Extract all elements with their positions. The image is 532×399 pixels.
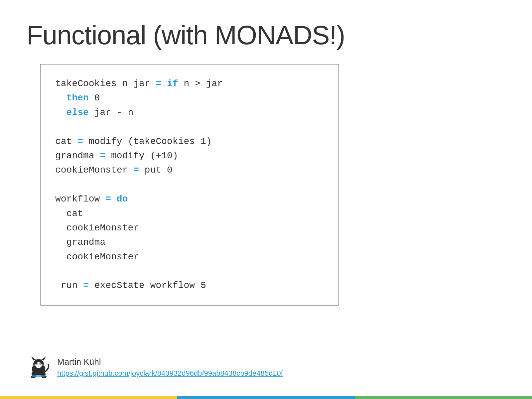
- svg-point-5: [36, 363, 38, 365]
- code-do: do: [117, 194, 128, 204]
- code-eq-6: =: [83, 280, 89, 291]
- code-line-12: grandma: [55, 237, 105, 247]
- code-block: takeCookies n jar = if n > jar then 0 el…: [55, 76, 324, 293]
- footer-author-name: Martin Kühl: [57, 357, 283, 367]
- code-eq-4: =: [133, 165, 139, 175]
- code-line-13: cookieMonster: [55, 252, 139, 262]
- code-then-val: 0: [89, 93, 100, 103]
- footer: Martin Kühl https://gist.github.com/joyc…: [27, 355, 283, 379]
- code-if-cond: n > jar: [178, 78, 223, 89]
- code-eq-2: =: [77, 136, 83, 147]
- code-line-3: else jar - n: [55, 107, 133, 118]
- code-line-2: then 0: [55, 93, 100, 103]
- code-else: else: [66, 107, 89, 118]
- code-takecookies: takeCookies n jar: [55, 78, 156, 89]
- slide-container: Functional (with MONADS!) takeCookies n …: [0, 0, 532, 399]
- svg-point-8: [40, 363, 41, 364]
- code-line-10: cat: [55, 208, 83, 219]
- code-spacer-1: [55, 122, 61, 132]
- code-line-1: takeCookies n jar = if n > jar: [55, 78, 223, 89]
- svg-point-7: [37, 363, 38, 364]
- code-line-9: workflow = do: [55, 194, 128, 204]
- code-if: if: [167, 78, 178, 89]
- svg-rect-18: [32, 375, 45, 377]
- code-spacer-2: [55, 180, 61, 190]
- code-then: then: [66, 93, 89, 103]
- footer-link[interactable]: https://gist.github.com/joyclark/843932d…: [57, 369, 283, 378]
- code-eq-3: =: [100, 151, 105, 161]
- bottom-bar: [0, 396, 532, 399]
- slide-title: Functional (with MONADS!): [27, 20, 505, 51]
- svg-marker-3: [41, 356, 46, 360]
- svg-marker-2: [31, 356, 36, 360]
- bar-green: [355, 396, 532, 399]
- code-eq-1: =: [156, 78, 161, 89]
- code-if-space: [161, 78, 167, 89]
- github-avatar: [27, 355, 51, 379]
- code-else-val: jar - n: [89, 107, 133, 118]
- code-line-6: grandma = modify (+10): [55, 151, 178, 161]
- code-eq-5: =: [105, 194, 111, 204]
- bar-yellow: [0, 396, 177, 399]
- code-spacer-3: [55, 266, 61, 276]
- code-box: takeCookies n jar = if n > jar then 0 el…: [40, 64, 339, 306]
- bar-blue: [177, 396, 354, 399]
- code-line-11: cookieMonster: [55, 223, 139, 233]
- svg-point-9: [38, 365, 39, 365]
- code-line-15: run = execState workflow 5: [55, 280, 206, 291]
- footer-text: Martin Kühl https://gist.github.com/joyc…: [57, 357, 283, 378]
- svg-point-6: [40, 363, 41, 365]
- code-line-5: cat = modify (takeCookies 1): [55, 136, 212, 147]
- code-line-7: cookieMonster = put 0: [55, 165, 173, 175]
